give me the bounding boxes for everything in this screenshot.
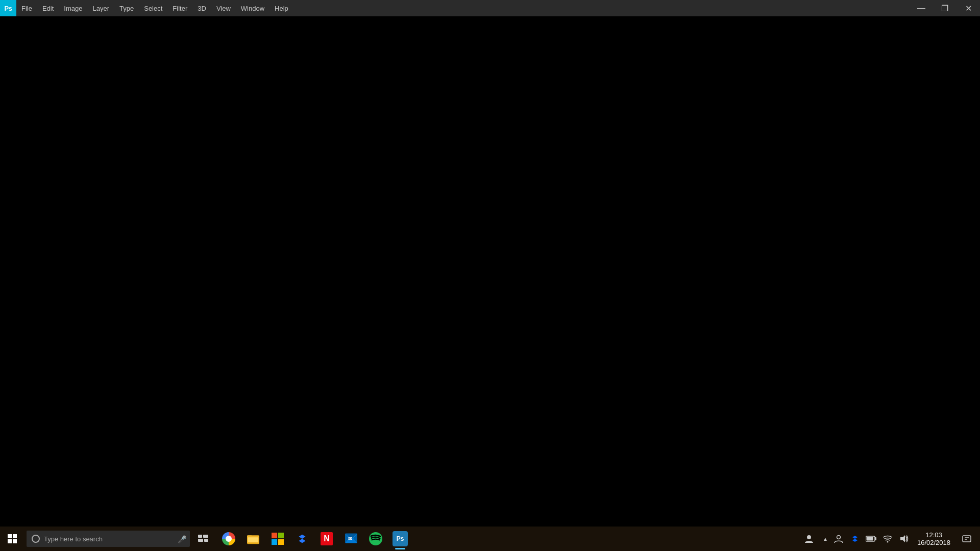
tray-person-icon xyxy=(834,534,843,543)
menu-bar: File Edit Image Layer Type Select Filter… xyxy=(16,0,910,16)
canvas-area[interactable] xyxy=(0,16,980,527)
ms-store-icon xyxy=(272,533,284,545)
menu-filter[interactable]: Filter xyxy=(167,0,192,16)
tray-icon-network-person[interactable] xyxy=(830,527,847,551)
tray-icon-wifi[interactable] xyxy=(879,527,896,551)
taskbar-icon-photoshop[interactable]: Ps xyxy=(388,527,412,551)
battery-icon xyxy=(866,535,877,542)
photoshop-icon: Ps xyxy=(393,531,408,546)
menu-help[interactable]: Help xyxy=(270,0,293,16)
menu-edit[interactable]: Edit xyxy=(37,0,59,16)
svg-rect-2 xyxy=(198,539,203,542)
maximize-button[interactable]: ❐ xyxy=(933,0,957,16)
taskbar-icon-spotify[interactable] xyxy=(363,527,388,551)
window-controls: — ❐ ✕ xyxy=(910,0,980,16)
search-icon xyxy=(32,535,40,543)
taskbar-icon-netflix[interactable]: N xyxy=(314,527,339,551)
tray-dropbox-icon xyxy=(851,535,859,543)
svg-marker-13 xyxy=(299,535,306,543)
svg-marker-26 xyxy=(900,535,905,542)
wifi-icon xyxy=(883,535,892,543)
netflix-icon: N xyxy=(321,532,333,545)
task-view-button[interactable] xyxy=(192,527,214,551)
svg-point-25 xyxy=(887,541,888,543)
ps-logo-icon: Ps xyxy=(5,5,12,12)
clock[interactable]: 12:03 16/02/2018 xyxy=(912,527,955,551)
svg-rect-0 xyxy=(198,535,202,538)
menu-view[interactable]: View xyxy=(211,0,236,16)
taskbar-icons: N ✉ Ps xyxy=(216,527,412,551)
svg-text:✉: ✉ xyxy=(348,536,352,541)
clock-date: 16/02/2018 xyxy=(917,539,950,546)
taskbar-icon-dropbox[interactable] xyxy=(290,527,314,551)
email-icon: ✉ xyxy=(345,533,357,545)
tray-icon-dropbox[interactable] xyxy=(847,527,863,551)
svg-rect-8 xyxy=(272,533,277,538)
svg-rect-23 xyxy=(875,537,876,540)
people-icon xyxy=(804,534,814,544)
tray-overflow-button[interactable]: ▲ xyxy=(820,527,830,551)
search-bar[interactable]: Type here to search 🎤 xyxy=(27,531,190,547)
task-view-icon xyxy=(198,535,208,543)
start-button[interactable] xyxy=(0,527,24,551)
svg-rect-10 xyxy=(272,539,277,545)
system-tray: ▲ xyxy=(798,527,980,551)
file-explorer-icon xyxy=(247,533,259,545)
search-input[interactable]: Type here to search xyxy=(44,535,176,543)
chrome-icon xyxy=(222,532,235,545)
close-button[interactable]: ✕ xyxy=(957,0,980,16)
svg-marker-21 xyxy=(852,536,857,542)
ps-logo: Ps xyxy=(0,0,16,16)
volume-icon xyxy=(899,534,909,543)
minimize-button[interactable]: — xyxy=(910,0,933,16)
menu-layer[interactable]: Layer xyxy=(88,0,115,16)
dropbox-icon xyxy=(296,533,308,545)
clock-time: 12:03 xyxy=(925,531,942,539)
svg-rect-3 xyxy=(204,539,208,542)
menu-window[interactable]: Window xyxy=(236,0,270,16)
taskbar-icon-file-explorer[interactable] xyxy=(241,527,265,551)
menu-file[interactable]: File xyxy=(16,0,37,16)
svg-point-19 xyxy=(807,535,811,539)
taskbar-icon-ms-store[interactable] xyxy=(265,527,290,551)
svg-rect-24 xyxy=(866,537,873,541)
svg-rect-9 xyxy=(278,533,284,538)
taskbar-icon-email[interactable]: ✉ xyxy=(339,527,363,551)
svg-rect-7 xyxy=(248,537,258,542)
taskbar-icon-chrome[interactable] xyxy=(216,527,241,551)
tray-icon-volume[interactable] xyxy=(896,527,912,551)
titlebar: Ps File Edit Image Layer Type Select Fil… xyxy=(0,0,980,16)
menu-type[interactable]: Type xyxy=(114,0,139,16)
notification-button[interactable] xyxy=(955,527,978,551)
notification-icon xyxy=(962,534,971,543)
svg-rect-1 xyxy=(203,535,208,538)
menu-image[interactable]: Image xyxy=(59,0,87,16)
tray-icon-battery[interactable] xyxy=(863,527,879,551)
menu-3d[interactable]: 3D xyxy=(192,0,211,16)
spotify-icon xyxy=(369,532,382,545)
people-button[interactable] xyxy=(798,527,820,551)
microphone-icon[interactable]: 🎤 xyxy=(178,535,185,542)
svg-point-20 xyxy=(837,536,840,539)
taskbar: Type here to search 🎤 xyxy=(0,527,980,551)
windows-logo-icon xyxy=(8,534,17,543)
svg-rect-11 xyxy=(278,539,284,545)
menu-select[interactable]: Select xyxy=(139,0,167,16)
svg-rect-27 xyxy=(963,536,971,542)
